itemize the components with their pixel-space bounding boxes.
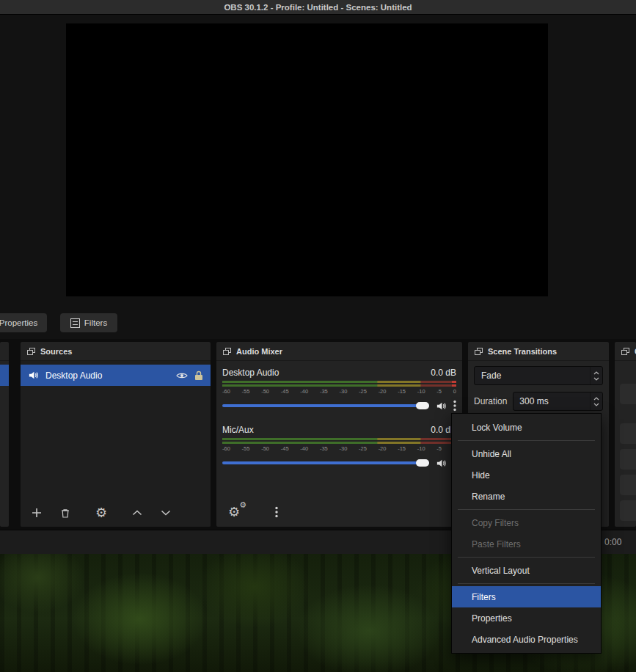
source-list-item[interactable]: Desktop Audio	[21, 365, 211, 386]
menu-item-lock-volume[interactable]: Lock Volume	[452, 417, 601, 438]
channel-name: Mic/Aux	[222, 425, 254, 435]
scenes-panel	[0, 342, 9, 527]
menu-item-vertical-layout[interactable]: Vertical Layout	[452, 560, 601, 581]
combo-spinner-arrows[interactable]	[590, 367, 602, 384]
small-gear-icon: ⚙	[239, 501, 246, 509]
meter-tick-label: -5	[436, 388, 442, 395]
meter-bar-right	[222, 442, 456, 444]
menu-item-properties[interactable]: Properties	[452, 607, 601, 629]
meter-tick-label: -60	[222, 388, 230, 395]
sources-panel-titlebar[interactable]: Sources	[21, 342, 211, 361]
meter-tick-label: -50	[261, 388, 269, 395]
spinbox-arrows[interactable]	[590, 392, 602, 410]
meter-tick-label: -20	[379, 445, 387, 453]
mute-speaker-button[interactable]	[436, 458, 447, 469]
dock-icon	[223, 348, 231, 355]
duration-spinbox[interactable]: 300 ms	[513, 392, 603, 411]
dock-icon	[27, 348, 35, 355]
meter-tick-label: -40	[300, 445, 308, 453]
meter-bar-left	[222, 438, 456, 440]
audio-mixer-titlebar[interactable]: Audio Mixer	[216, 342, 462, 361]
chevron-down-icon	[593, 377, 599, 381]
meter-tick-label: -55	[242, 388, 250, 395]
volume-slider[interactable]	[222, 404, 429, 407]
volume-slider-handle[interactable]	[416, 459, 429, 467]
controls-button[interactable]	[620, 475, 636, 495]
controls-button[interactable]	[620, 449, 636, 470]
scenes-panel-titlebar[interactable]	[0, 342, 9, 361]
meter-scale: -60-55-50-45-40-35-30-25-20-15-10-50	[222, 388, 456, 395]
transition-select[interactable]: Fade	[474, 366, 603, 385]
meter-tick-label: -60	[222, 445, 230, 453]
controls-button[interactable]	[620, 500, 636, 521]
meter-tick-label: -20	[379, 388, 387, 395]
channel-db-value: 0.0 dB	[431, 368, 456, 378]
advanced-audio-properties-button[interactable]: ⚙ ⚙	[225, 503, 243, 521]
filters-button-label: Filters	[84, 318, 107, 327]
dock-icon	[475, 348, 483, 355]
controls-panel-titlebar[interactable]: Co	[615, 342, 636, 361]
volume-meter	[222, 438, 456, 444]
properties-button[interactable]: Properties	[0, 313, 47, 332]
volume-slider[interactable]	[222, 461, 429, 464]
channel-name: Desktop Audio	[222, 368, 279, 378]
controls-button[interactable]	[620, 423, 636, 444]
dock-icon	[621, 348, 629, 355]
audio-source-context-menu: Lock Volume Unhide All Hide Rename Copy …	[451, 413, 602, 654]
menu-item-hide[interactable]: Hide	[452, 464, 601, 486]
duration-label: Duration	[474, 396, 507, 406]
meter-tick-label: -30	[339, 388, 347, 395]
menu-item-rename[interactable]: Rename	[452, 486, 601, 507]
scene-transitions-title: Scene Transitions	[488, 347, 557, 356]
mixer-toolbar: ⚙ ⚙	[225, 503, 285, 521]
filters-button[interactable]: Filters	[60, 313, 117, 332]
source-label: Desktop Audio	[45, 370, 102, 381]
mute-speaker-button[interactable]	[436, 401, 447, 412]
meter-scale: -60-55-50-45-40-35-30-25-20-15-10-50	[222, 445, 456, 453]
controls-button[interactable]	[620, 384, 636, 404]
move-source-down-button[interactable]	[157, 504, 175, 522]
meter-tick-label: -15	[398, 388, 406, 395]
menu-separator	[458, 440, 595, 441]
audio-mixer-panel: Audio Mixer Desktop Audio 0.0 dB -60-55-…	[216, 342, 462, 527]
volume-slider-handle[interactable]	[416, 402, 429, 409]
chevron-up-icon	[593, 371, 599, 375]
menu-item-unhide-all[interactable]: Unhide All	[452, 443, 601, 464]
meter-tick-label: -5	[436, 445, 442, 453]
add-source-button[interactable]	[28, 504, 45, 522]
menu-separator	[458, 583, 595, 584]
window-titlebar[interactable]: OBS 30.1.2 - Profile: Untitled - Scenes:…	[0, 0, 636, 15]
scene-transitions-titlebar[interactable]: Scene Transitions	[468, 342, 609, 361]
gear-icon: ⚙	[228, 505, 240, 519]
chevron-up-icon	[593, 397, 599, 401]
source-properties-gear-button[interactable]: ⚙	[92, 504, 110, 522]
meter-tick-label: -40	[300, 388, 308, 395]
chevron-down-icon	[593, 403, 599, 406]
audio-mixer-title: Audio Mixer	[236, 347, 282, 356]
menu-item-advanced-audio-properties[interactable]: Advanced Audio Properties	[452, 629, 601, 650]
duration-value: 300 ms	[519, 396, 548, 406]
window-title: OBS 30.1.2 - Profile: Untitled - Scenes:…	[224, 3, 412, 12]
menu-separator	[458, 557, 595, 558]
meter-bar-right	[222, 384, 456, 387]
preview-area: Properties Filters	[0, 15, 636, 339]
filter-icon	[70, 318, 80, 328]
visibility-eye-icon[interactable]	[176, 371, 188, 380]
controls-panel: Co	[615, 342, 636, 527]
menu-item-paste-filters: Paste Filters	[452, 533, 601, 555]
transition-selected-value: Fade	[481, 370, 501, 381]
menu-item-filters[interactable]: Filters	[452, 586, 601, 607]
meter-tick-label: -25	[359, 445, 367, 453]
lock-icon[interactable]	[194, 370, 203, 381]
menu-separator	[458, 509, 595, 510]
mixer-channel-desktop-audio: Desktop Audio 0.0 dB -60-55-50-45-40-35-…	[222, 367, 456, 411]
move-source-up-button[interactable]	[128, 504, 146, 522]
channel-options-kebab-button[interactable]	[453, 400, 456, 412]
preview-canvas[interactable]	[66, 23, 548, 296]
mixer-options-kebab-button[interactable]	[268, 503, 285, 521]
volume-meter	[222, 381, 456, 387]
speaker-icon	[28, 370, 39, 381]
remove-source-button[interactable]	[56, 504, 74, 522]
meter-bar-left	[222, 381, 456, 383]
scene-list-item[interactable]	[0, 365, 9, 386]
